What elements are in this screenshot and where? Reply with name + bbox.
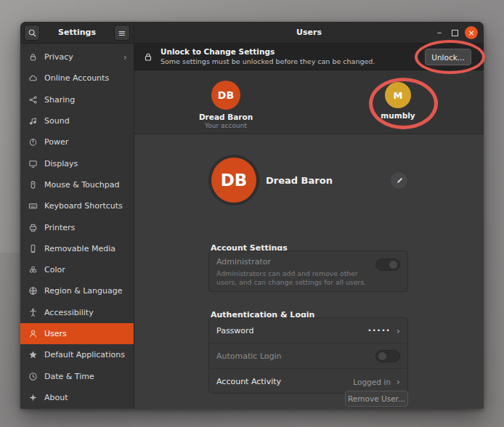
profile-name: Dread Baron <box>266 175 333 186</box>
automatic-login-toggle[interactable] <box>375 350 400 362</box>
star-icon <box>28 350 38 360</box>
avatar: M <box>385 82 411 108</box>
power-icon <box>28 137 38 147</box>
sidebar-item-sound[interactable]: Sound <box>20 110 134 131</box>
person-icon <box>28 329 38 339</box>
main-headerbar: Users – × <box>134 22 484 44</box>
maximize-button[interactable] <box>452 30 458 36</box>
sidebar-item-label: Printers <box>44 223 75 232</box>
user-detail: DB Dread Baron Account Settings Administ… <box>134 134 484 409</box>
toggle-knob <box>378 351 387 361</box>
unlock-banner-title: Unlock to Change Settings <box>160 47 375 57</box>
account-activity-label: Account Activity <box>216 377 281 386</box>
color-icon <box>28 265 38 275</box>
account-settings-card: Administrator Administrators can add and… <box>208 251 408 292</box>
users-panel: Unlock to Change Settings Some settings … <box>134 44 484 409</box>
padlock-icon <box>143 52 153 62</box>
sparkle-icon <box>28 392 38 402</box>
toggle-knob <box>389 260 398 269</box>
sidebar-item-displays[interactable]: Displays <box>20 152 134 174</box>
sidebar-item-default-applications[interactable]: Default Applications <box>20 344 134 365</box>
sidebar-item-label: Users <box>44 329 67 338</box>
password-row[interactable]: Password ••••• › <box>209 318 407 343</box>
profile-avatar: DB <box>208 155 259 206</box>
sidebar-item-date-time[interactable]: Date & Time <box>20 365 134 386</box>
sidebar-item-power[interactable]: Power <box>20 131 134 152</box>
page-title: Users <box>134 22 484 44</box>
sidebar-item-label: Default Applications <box>44 350 125 359</box>
share-icon <box>28 94 38 105</box>
mouse-icon <box>28 179 38 190</box>
globe-icon <box>28 286 38 296</box>
chevron-right-icon: › <box>123 52 127 62</box>
headerbar: Settings ≡ Users – × <box>20 22 484 44</box>
sidebar-item-label: Sound <box>44 116 70 126</box>
sidebar: Privacy › Online Accounts Sharing Sound … <box>20 44 134 409</box>
administrator-description: Administrators can add and remove other … <box>216 269 373 287</box>
unlock-banner-subtitle: Some settings must be unlocked before th… <box>160 57 375 66</box>
sidebar-item-label: Region & Language <box>44 286 123 296</box>
user-name: Dread Baron <box>199 113 253 121</box>
sidebar-item-removable-media[interactable]: Removable Media <box>20 238 134 259</box>
sidebar-item-region-language[interactable]: Region & Language <box>20 280 134 301</box>
carousel-user-mumbly[interactable]: M mumbly <box>354 82 442 120</box>
sidebar-item-label: Sharing <box>44 95 75 105</box>
sidebar-item-accessibility[interactable]: Accessibility <box>20 302 134 323</box>
unlock-banner: Unlock to Change Settings Some settings … <box>134 44 484 70</box>
sidebar-item-color[interactable]: Color <box>20 259 134 280</box>
sidebar-item-keyboard-shortcuts[interactable]: Keyboard Shortcuts <box>20 195 134 216</box>
administrator-toggle[interactable] <box>375 259 400 271</box>
sidebar-item-label: Color <box>44 265 65 274</box>
close-button[interactable]: × <box>465 26 478 39</box>
chevron-right-icon: › <box>397 377 400 386</box>
sidebar-item-label: Displays <box>44 159 78 168</box>
carousel-user-dread-baron[interactable]: DB Dread Baron Your account <box>182 81 269 129</box>
clock-icon <box>28 371 38 381</box>
keyboard-icon <box>28 201 38 211</box>
unlock-button[interactable]: Unlock... <box>425 49 471 65</box>
sidebar-item-online-accounts[interactable]: Online Accounts <box>20 68 134 89</box>
hamburger-icon: ≡ <box>118 28 126 38</box>
automatic-login-label: Automatic Login <box>216 351 282 361</box>
automatic-login-row[interactable]: Automatic Login <box>209 343 407 369</box>
account-activity-value: Logged in <box>353 378 390 386</box>
sidebar-item-label: About <box>44 393 68 402</box>
menu-button[interactable]: ≡ <box>114 25 130 41</box>
sidebar-item-printers[interactable]: Printers <box>20 216 134 237</box>
sidebar-item-users[interactable]: Users <box>20 323 134 344</box>
minimize-button[interactable]: – <box>434 29 445 36</box>
sidebar-item-privacy[interactable]: Privacy › <box>20 46 134 68</box>
password-label: Password <box>216 326 253 336</box>
user-subtitle: Your account <box>205 122 247 129</box>
speaker-note-icon <box>28 116 38 126</box>
sidebar-item-label: Removable Media <box>44 244 115 253</box>
auth-login-card: Password ••••• › Automatic Login Account… <box>208 317 408 394</box>
printer-icon <box>28 222 38 232</box>
user-carousel: DB Dread Baron Your account M mumbly <box>134 70 484 134</box>
sidebar-item-mouse-touchpad[interactable]: Mouse & Touchpad <box>20 174 134 195</box>
remove-user-button[interactable]: Remove User... <box>345 391 408 407</box>
media-icon <box>28 243 38 253</box>
administrator-label: Administrator <box>216 257 400 267</box>
sidebar-item-about[interactable]: About <box>20 387 134 408</box>
sidebar-headerbar: Settings ≡ <box>20 22 134 44</box>
avatar: DB <box>211 81 240 110</box>
user-name: mumbly <box>381 111 415 120</box>
sidebar-item-label: Power <box>44 137 68 147</box>
chevron-right-icon: › <box>397 326 400 336</box>
sidebar-item-label: Mouse & Touchpad <box>44 180 120 190</box>
sidebar-item-label: Accessibility <box>44 308 94 317</box>
edit-name-button[interactable] <box>390 171 408 190</box>
accessibility-icon <box>28 307 38 317</box>
lock-icon <box>28 52 38 62</box>
sidebar-item-label: Date & Time <box>44 372 94 381</box>
pencil-icon <box>395 176 404 185</box>
window-controls: – × <box>434 22 478 44</box>
sidebar-item-sharing[interactable]: Sharing <box>20 89 134 110</box>
settings-window: Settings ≡ Users – × Privacy › Online Ac… <box>20 22 484 409</box>
unlock-banner-text: Unlock to Change Settings Some settings … <box>160 47 375 66</box>
cloud-icon <box>28 73 38 84</box>
sidebar-item-label: Privacy <box>44 52 73 62</box>
password-dots: ••••• <box>367 327 391 334</box>
sidebar-item-label: Online Accounts <box>44 73 109 83</box>
